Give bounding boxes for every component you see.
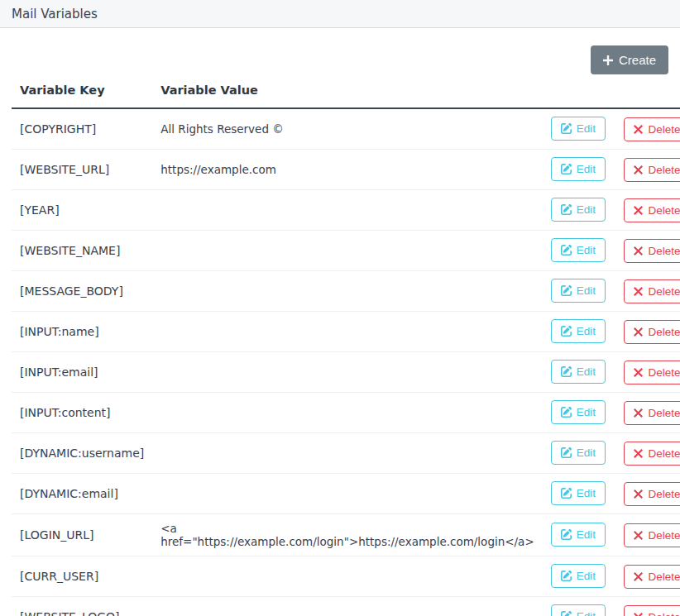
row-actions-cell: Edit Delete [543,271,680,312]
delete-button[interactable]: Delete [624,279,680,303]
edit-button-label: Edit [577,163,596,175]
delete-button-label: Delete [648,285,680,298]
table-row: [DYNAMIC:username] Edit Delete [12,433,680,474]
create-button-label: Create [619,53,656,67]
x-mark-icon [634,531,643,540]
delete-button[interactable]: Delete [624,401,680,425]
x-mark-icon [634,165,643,174]
x-mark-icon [634,287,643,296]
row-actions-cell: Edit Delete [543,514,680,556]
edit-pencil-square-icon [561,447,572,458]
variable-value-cell [152,433,542,474]
edit-button[interactable]: Edit [551,117,606,141]
x-mark-icon [634,246,643,255]
toolbar: Create [12,45,668,74]
delete-button-label: Delete [648,407,680,419]
edit-button[interactable]: Edit [551,400,606,424]
delete-button-label: Delete [648,164,680,176]
x-mark-icon [634,206,643,215]
edit-button[interactable]: Edit [551,481,606,505]
delete-button[interactable]: Delete [624,605,680,616]
create-button[interactable]: Create [591,45,668,74]
delete-button-label: Delete [648,447,680,460]
edit-pencil-square-icon [561,245,572,255]
x-mark-icon [634,327,643,337]
content: Create Variable Key Variable Value [COPY… [0,45,680,616]
x-mark-icon [634,368,643,377]
table-row: [WEBSITE_NAME] Edit Delete [12,231,680,271]
table-row: [LOGIN_URL] <a href="https://example.com… [12,514,680,556]
table-row: [MESSAGE_BODY] Edit Delete [12,271,680,312]
delete-button[interactable]: Delete [624,565,680,589]
variable-value-cell: <a href="https://example.com/login">http… [152,514,542,556]
variable-value-cell [152,231,542,271]
variable-key-cell: [YEAR] [12,190,152,231]
edit-button[interactable]: Edit [551,157,606,181]
page-title: Mail Variables [12,7,98,21]
edit-button-label: Edit [577,325,596,337]
edit-button-label: Edit [577,610,596,616]
edit-button[interactable]: Edit [551,360,606,384]
edit-pencil-square-icon [561,164,572,174]
edit-button[interactable]: Edit [551,238,606,262]
delete-button[interactable]: Delete [624,117,680,141]
delete-button[interactable]: Delete [624,320,680,344]
variable-key-cell: [MESSAGE_BODY] [12,271,152,312]
table-row: [INPUT:name] Edit Delete [12,312,680,352]
row-actions-cell: Edit Delete [543,231,680,271]
variable-value-cell [152,271,542,312]
variable-key-cell: [WEBSITE_LOGO] [12,597,152,616]
column-header-variable-key: Variable Key [12,79,152,108]
delete-button-label: Delete [648,611,680,616]
row-actions-cell: Edit Delete [543,190,680,231]
edit-pencil-square-icon [561,571,572,581]
variable-key-cell: [INPUT:name] [12,312,152,352]
row-actions-cell: Edit Delete [543,433,680,474]
x-mark-icon [634,489,643,499]
table-row: [DYNAMIC:email] Edit Delete [12,474,680,514]
variable-key-cell: [WEBSITE_NAME] [12,231,152,271]
edit-button[interactable]: Edit [551,564,606,588]
delete-button[interactable]: Delete [624,239,680,263]
delete-button-label: Delete [648,529,680,542]
edit-button-label: Edit [577,203,596,216]
column-header-variable-value: Variable Value [152,79,542,108]
delete-button[interactable]: Delete [624,198,680,222]
table-row: [INPUT:content] Edit Delete [12,393,680,433]
edit-pencil-square-icon [561,204,572,215]
variable-value-cell [152,312,542,352]
edit-button-label: Edit [577,406,596,418]
x-mark-icon [634,572,643,581]
page-header: Mail Variables [0,0,680,28]
delete-button[interactable]: Delete [624,158,680,182]
delete-button[interactable]: Delete [624,361,680,384]
delete-button[interactable]: Delete [624,482,680,506]
row-actions-cell: Edit Delete [543,597,680,616]
edit-button[interactable]: Edit [551,441,606,465]
edit-pencil-square-icon [561,366,572,377]
x-mark-icon [634,449,643,458]
edit-button[interactable]: Edit [551,198,606,222]
delete-button-label: Delete [648,326,680,338]
variable-key-cell: [INPUT:content] [12,393,152,433]
edit-pencil-square-icon [561,611,572,616]
variable-key-cell: [WEBSITE_URL] [12,150,152,190]
row-actions-cell: Edit Delete [543,150,680,190]
x-mark-icon [634,613,643,616]
variable-key-cell: [INPUT:email] [12,352,152,393]
variable-value-cell [152,597,542,616]
edit-button-label: Edit [577,244,596,256]
variable-value-cell: All Rights Reserved © [152,108,542,150]
edit-button[interactable]: Edit [551,604,606,616]
variable-key-cell: [COPYRIGHT] [12,108,152,150]
delete-button-label: Delete [648,366,680,379]
delete-button[interactable]: Delete [624,523,680,547]
edit-button[interactable]: Edit [551,319,606,343]
edit-button[interactable]: Edit [551,523,606,547]
delete-button-label: Delete [648,488,680,500]
variable-key-cell: [CURR_USER] [12,556,152,597]
edit-button[interactable]: Edit [551,279,606,303]
delete-button[interactable]: Delete [624,442,680,466]
edit-button-label: Edit [577,284,596,297]
variable-key-cell: [DYNAMIC:username] [12,433,152,474]
